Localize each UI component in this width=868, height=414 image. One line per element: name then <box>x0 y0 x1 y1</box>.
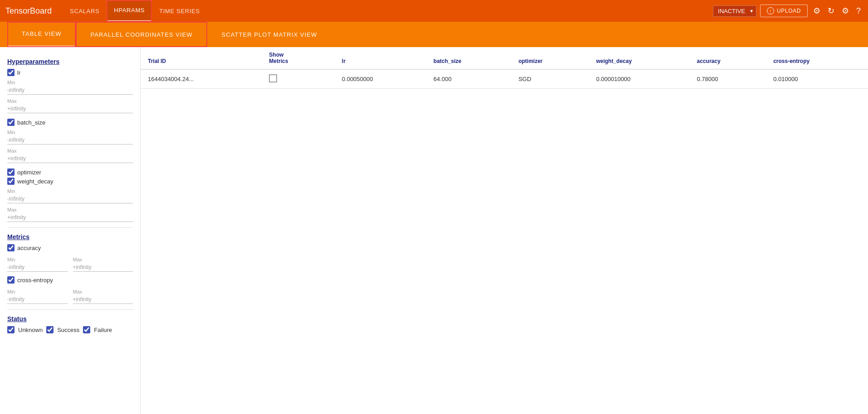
col-header-show-metrics: ShowMetrics <box>262 47 335 69</box>
cell-weight-decay: 0.000010000 <box>589 69 689 89</box>
show-metrics-checkbox[interactable] <box>269 74 277 82</box>
cell-batch-size: 64.000 <box>426 69 511 89</box>
cross-entropy-min-input[interactable] <box>7 295 68 304</box>
metrics-title: Metrics <box>7 233 133 241</box>
cross-entropy-checkbox[interactable] <box>7 276 15 284</box>
accuracy-max-label: Max <box>73 257 133 262</box>
accuracy-checkbox[interactable] <box>7 244 15 251</box>
lr-min-input[interactable] <box>7 86 133 95</box>
nav-scalars[interactable]: SCALARS <box>63 0 107 22</box>
batch-size-max-label: Max <box>7 148 133 154</box>
status-title: Status <box>7 315 133 323</box>
success-checkbox[interactable] <box>46 326 54 333</box>
lr-label: lr <box>17 69 20 76</box>
topbar: TensorBoard SCALARS HPARAMS TIME SERIES … <box>0 0 868 22</box>
unknown-checkbox[interactable] <box>7 326 15 333</box>
table-row: 1644034004.24... 0.00050000 64.000 SGD 0… <box>141 69 868 89</box>
col-header-cross-entropy: cross-entropy <box>766 47 868 69</box>
success-label: Success <box>57 327 79 333</box>
inactive-select[interactable]: INACTIVE <box>713 5 756 17</box>
nav-hparams[interactable]: HPARAMS <box>107 0 152 22</box>
batch-size-label: batch_size <box>17 119 45 126</box>
wd-min-label: Min <box>7 188 133 194</box>
batch-size-min-input[interactable] <box>7 136 133 144</box>
weight-decay-label: weight_decay <box>17 178 54 185</box>
accuracy-min-input[interactable] <box>7 263 68 272</box>
parallel-coordinates-button[interactable]: PARALLEL COORDINATES VIEW <box>76 22 207 47</box>
cross-entropy-max-input[interactable] <box>73 295 133 304</box>
unknown-label: Unknown <box>18 327 43 333</box>
hyperparameters-title: Hyperparameters <box>7 58 133 65</box>
view-subbar: TABLE VIEW PARALLEL COORDINATES VIEW SCA… <box>0 22 868 47</box>
cell-accuracy: 0.78000 <box>690 69 766 89</box>
cross-entropy-min-label: Min <box>7 289 68 294</box>
optimizer-label: optimizer <box>17 169 41 176</box>
sidebar-resize-handle[interactable] <box>138 47 140 414</box>
table-header-row: Trial ID ShowMetrics lr batch_size optim… <box>141 47 868 69</box>
failure-checkbox[interactable] <box>83 326 90 333</box>
wd-max-input[interactable] <box>7 213 133 222</box>
lr-max-input[interactable] <box>7 105 133 113</box>
main-layout: Hyperparameters lr Min Max batch_size Mi… <box>0 47 868 414</box>
col-header-trial-id: Trial ID <box>141 47 262 69</box>
sidebar-item-optimizer: optimizer <box>7 168 133 176</box>
table-view-button[interactable]: TABLE VIEW <box>7 22 76 47</box>
sidebar-item-weight-decay: weight_decay <box>7 178 133 185</box>
scatter-plot-button[interactable]: SCATTER PLOT MATRIX VIEW <box>207 22 332 47</box>
col-header-accuracy: accuracy <box>690 47 766 69</box>
col-header-optimizer: optimizer <box>511 47 589 69</box>
sidebar-item-accuracy: accuracy <box>7 244 133 251</box>
wd-max-label: Max <box>7 207 133 212</box>
nav-time-series[interactable]: TIME SERIES <box>152 0 207 22</box>
lr-min-label: Min <box>7 80 133 85</box>
wd-min-input[interactable] <box>7 195 133 203</box>
lr-checkbox[interactable] <box>7 69 15 76</box>
cell-cross-entropy: 0.010000 <box>766 69 868 89</box>
help-icon[interactable]: ? <box>854 5 863 18</box>
cell-optimizer: SGD <box>511 69 589 89</box>
batch-size-min-label: Min <box>7 130 133 135</box>
table-area: Trial ID ShowMetrics lr batch_size optim… <box>141 47 868 414</box>
hparams-table: Trial ID ShowMetrics lr batch_size optim… <box>141 47 868 89</box>
sidebar-item-cross-entropy: cross-entropy <box>7 276 133 284</box>
optimizer-checkbox[interactable] <box>7 168 15 176</box>
status-row: Unknown Success Failure <box>7 326 133 333</box>
batch-size-checkbox[interactable] <box>7 119 15 126</box>
accuracy-max-input[interactable] <box>73 263 133 272</box>
cross-entropy-range-row: Min Max <box>7 285 133 304</box>
accuracy-label: accuracy <box>17 245 41 251</box>
col-header-lr: lr <box>335 47 426 69</box>
sidebar: Hyperparameters lr Min Max batch_size Mi… <box>0 47 141 414</box>
refresh-icon[interactable]: ↻ <box>826 4 836 18</box>
accuracy-range-row: Min Max <box>7 253 133 272</box>
top-nav: SCALARS HPARAMS TIME SERIES <box>63 0 713 22</box>
upload-button[interactable]: ↑ UPLOAD <box>760 5 808 17</box>
upload-icon: ↑ <box>767 7 774 14</box>
batch-size-max-input[interactable] <box>7 154 133 163</box>
accuracy-min-label: Min <box>7 257 68 262</box>
cell-lr: 0.00050000 <box>335 69 426 89</box>
col-header-batch-size: batch_size <box>426 47 511 69</box>
sidebar-item-batch-size: batch_size <box>7 119 133 126</box>
cross-entropy-label: cross-entropy <box>17 277 53 284</box>
sidebar-divider-status <box>7 309 133 310</box>
topbar-right: INACTIVE ▼ ↑ UPLOAD ⚙ ↻ ⚙ ? <box>713 4 863 18</box>
cell-show-metrics[interactable] <box>262 69 335 89</box>
col-header-weight-decay: weight_decay <box>589 47 689 69</box>
cross-entropy-max-label: Max <box>73 289 133 294</box>
lr-max-label: Max <box>7 98 133 104</box>
failure-label: Failure <box>94 327 112 333</box>
sidebar-item-lr: lr <box>7 69 133 76</box>
settings-icon[interactable]: ⚙ <box>811 4 822 18</box>
app-logo: TensorBoard <box>5 6 52 16</box>
sidebar-divider-metrics <box>7 227 133 228</box>
weight-decay-checkbox[interactable] <box>7 178 15 185</box>
gear-icon[interactable]: ⚙ <box>840 4 851 18</box>
cell-trial-id: 1644034004.24... <box>141 69 262 89</box>
inactive-selector-wrapper[interactable]: INACTIVE ▼ <box>713 5 756 17</box>
